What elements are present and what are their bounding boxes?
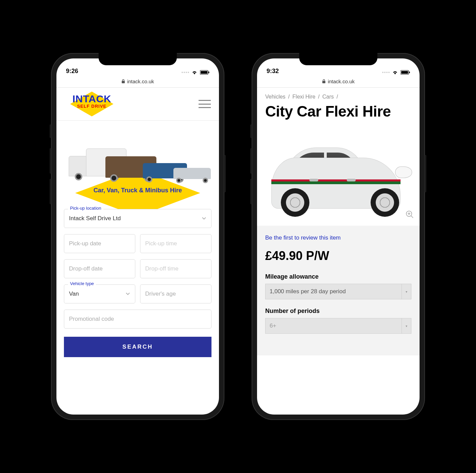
- periods-select[interactable]: 6+ ▾: [265, 318, 411, 334]
- periods-label: Number of periods: [265, 308, 411, 315]
- phone-mockup-right: 9:32 intack.co.uk Vehicles/ Flexi Hire/ …: [252, 53, 425, 420]
- search-button[interactable]: SEARCH: [64, 337, 211, 357]
- wifi-icon: [191, 70, 198, 75]
- chevron-down-icon: [125, 291, 130, 297]
- logo-line1: INTACK: [65, 94, 119, 104]
- hero-tagline: Car, Van, Truck & Minibus Hire: [65, 187, 211, 194]
- pickup-location-label: Pick-up location: [68, 206, 103, 211]
- phone-notch: [99, 53, 177, 65]
- vehicle-type-value: Van: [69, 291, 79, 297]
- lock-icon: [121, 79, 125, 84]
- review-link[interactable]: Be the first to review this item: [265, 234, 411, 241]
- breadcrumb: Vehicles/ Flexi Hire/ Cars/: [257, 88, 420, 103]
- brand-logo[interactable]: INTACK SELF DRIVE: [65, 94, 119, 114]
- svg-rect-1: [201, 71, 207, 74]
- breadcrumb-link[interactable]: Vehicles: [265, 94, 286, 100]
- cellular-icon: [382, 72, 390, 73]
- dropdown-arrow-icon: ▾: [402, 284, 411, 299]
- breadcrumb-link[interactable]: Flexi Hire: [292, 94, 316, 100]
- vehicle-type-select[interactable]: Van: [64, 284, 135, 303]
- vehicle-lineup-image: Car, Van, Truck & Minibus Hire: [65, 125, 211, 200]
- product-details: Be the first to review this item £49.90 …: [257, 226, 420, 355]
- svg-rect-3: [122, 81, 125, 83]
- pickup-location-value: Intack Self Drive Ltd: [69, 215, 121, 222]
- dropdown-arrow-icon: ▾: [402, 318, 411, 333]
- cellular-icon: [182, 72, 189, 73]
- battery-icon: [200, 70, 209, 75]
- phone-mockup-left: 9:26 intack.co.uk INTACK SELF: [51, 53, 224, 420]
- battery-icon: [401, 70, 410, 75]
- status-time: 9:32: [267, 68, 297, 75]
- site-header: INTACK SELF DRIVE: [56, 88, 219, 121]
- status-time: 9:26: [66, 68, 97, 75]
- page-title: City Car Flexi Hire: [257, 103, 420, 124]
- browser-url-bar[interactable]: intack.co.uk: [257, 75, 420, 88]
- mileage-label: Mileage allowance: [265, 273, 411, 280]
- zoom-icon[interactable]: [405, 210, 414, 220]
- vehicle-type-label: Vehicle type: [68, 281, 96, 286]
- url-text: intack.co.uk: [328, 78, 355, 84]
- lock-icon: [322, 79, 326, 84]
- menu-button[interactable]: [199, 100, 211, 108]
- svg-rect-7: [322, 81, 325, 83]
- svg-rect-5: [401, 71, 408, 74]
- svg-line-9: [411, 216, 413, 218]
- product-image: [265, 124, 416, 226]
- pickup-location-select[interactable]: Intack Self Drive Ltd: [64, 209, 211, 228]
- browser-url-bar[interactable]: intack.co.uk: [56, 75, 219, 88]
- svg-rect-2: [208, 72, 209, 73]
- dropoff-date-input[interactable]: Drop-off date: [64, 259, 135, 278]
- promo-code-input[interactable]: Promotional code: [64, 310, 211, 329]
- phone-notch: [299, 53, 377, 65]
- svg-rect-6: [409, 72, 410, 73]
- hero-section: Car, Van, Truck & Minibus Hire: [56, 121, 219, 200]
- periods-value: 6+: [270, 322, 276, 329]
- breadcrumb-link[interactable]: Cars: [322, 94, 334, 100]
- chevron-down-icon: [202, 215, 206, 222]
- driver-age-input[interactable]: Driver's age: [140, 284, 211, 303]
- pickup-time-input[interactable]: Pick-up time: [140, 234, 211, 253]
- price: £49.90 P/W: [265, 249, 411, 263]
- mileage-select[interactable]: 1,000 miles per 28 day period ▾: [265, 284, 411, 299]
- booking-search-form: Pick-up location Intack Self Drive Ltd P…: [56, 200, 219, 357]
- dropoff-time-input[interactable]: Drop-off time: [140, 259, 211, 278]
- url-text: intack.co.uk: [127, 78, 154, 84]
- wifi-icon: [392, 70, 398, 75]
- mileage-value: 1,000 miles per 28 day period: [270, 288, 346, 295]
- pickup-date-input[interactable]: Pick-up date: [64, 234, 135, 253]
- logo-line2: SELF DRIVE: [65, 104, 119, 108]
